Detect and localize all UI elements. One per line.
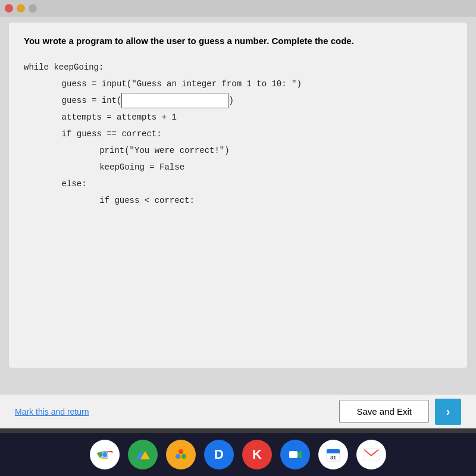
code-line-7: keepGoing = False <box>24 159 452 176</box>
instruction-text: You wrote a program to allow the user to… <box>24 35 452 47</box>
code-line-8: else: <box>24 176 452 192</box>
screen: You wrote a program to allow the user to… <box>0 0 476 428</box>
svg-point-11 <box>176 454 180 459</box>
code-line-9: if guess < correct: <box>24 192 452 209</box>
taskbar-meet-icon[interactable] <box>280 440 310 469</box>
taskbar-docs-icon[interactable]: D <box>204 440 234 469</box>
code-line-2: guess = input("Guess an integer from 1 t… <box>24 76 452 92</box>
svg-text:31: 31 <box>330 455 336 461</box>
svg-rect-16 <box>327 452 340 453</box>
docs-letter: D <box>214 447 224 462</box>
taskbar-photos-icon[interactable] <box>166 440 196 469</box>
code-line-1: while keepGoing: <box>24 59 452 76</box>
next-arrow-icon: › <box>446 405 450 418</box>
next-button[interactable]: › <box>435 399 461 425</box>
taskbar-calendar-icon[interactable]: 31 <box>318 440 348 469</box>
code-line-4: attempts = attempts + 1 <box>24 109 452 126</box>
svg-point-9 <box>178 449 183 454</box>
mark-return-link[interactable]: Mark this and return <box>15 407 89 416</box>
svg-marker-13 <box>298 450 302 459</box>
k-letter: K <box>252 447 262 462</box>
code-line-6: print("You were correct!") <box>24 142 452 159</box>
footer-bar: Mark this and return Save and Exit › <box>0 394 476 428</box>
save-exit-button[interactable]: Save and Exit <box>339 400 429 423</box>
maximize-btn[interactable] <box>29 4 37 12</box>
title-bar <box>0 0 476 17</box>
code-line-5: if guess == correct: <box>24 126 452 142</box>
close-btn[interactable] <box>5 4 13 12</box>
code-line-3: guess = int() <box>24 92 452 109</box>
content-area: You wrote a program to allow the user to… <box>9 23 467 368</box>
taskbar-gmail-icon[interactable] <box>356 440 386 469</box>
svg-rect-12 <box>289 451 298 458</box>
taskbar: D K 31 <box>0 433 476 476</box>
taskbar-k-icon[interactable]: K <box>242 440 272 469</box>
svg-point-3 <box>102 452 107 457</box>
footer-right: Save and Exit › <box>339 399 461 425</box>
svg-point-10 <box>181 454 186 459</box>
minimize-btn[interactable] <box>17 4 25 12</box>
taskbar-drive-icon[interactable] <box>128 440 158 469</box>
taskbar-chrome-icon[interactable] <box>90 440 120 469</box>
guess-input[interactable] <box>121 93 228 108</box>
code-block: while keepGoing: guess = input("Guess an… <box>24 59 452 209</box>
